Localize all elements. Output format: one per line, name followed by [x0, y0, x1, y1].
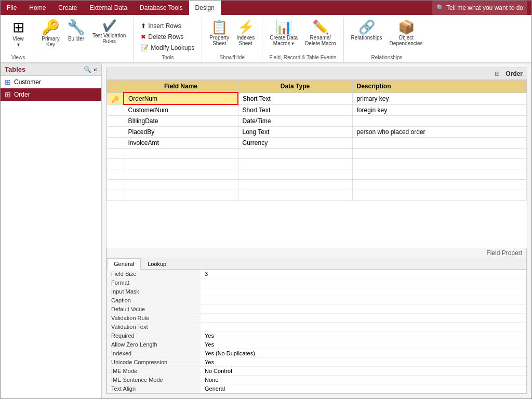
table-row[interactable]: 🔑 OrderNum Short Text primary key [107, 92, 527, 104]
prop-value[interactable] [201, 278, 526, 287]
prop-value[interactable] [201, 287, 526, 296]
tab-lookup[interactable]: Lookup [141, 258, 173, 269]
ribbon-group-rows: ⬆ Insert Rows ✖ Delete Rows 📝 Modify Loo… [134, 17, 202, 62]
sidebar-item-order[interactable]: ⊞ Order [1, 88, 101, 101]
props-row[interactable]: Field Size3 [107, 270, 526, 278]
create-data-macros-button[interactable]: 📊 Create DataMacros ▾ [267, 18, 301, 48]
field-desc-1[interactable]: primary key [352, 92, 527, 104]
prop-value[interactable] [201, 314, 526, 323]
props-row[interactable]: IndexedYes (No Duplicates) [107, 349, 526, 358]
prop-value[interactable]: Yes [201, 331, 526, 340]
modify-lookups-icon: 📝 [141, 44, 149, 51]
app-window: File Home Create External Data Database … [0, 0, 532, 399]
prop-value[interactable]: None [201, 376, 526, 384]
table-row[interactable]: CustomerNum Short Text foregin key [107, 104, 527, 116]
field-type-5[interactable]: Currency [238, 138, 352, 149]
field-type-3[interactable]: Date/Time [238, 116, 352, 127]
props-row[interactable]: IME ModeNo Control [107, 367, 526, 376]
field-type-4[interactable]: Long Text [238, 127, 352, 138]
content-area: ⊞ Order Field Name Data Type Description [102, 63, 531, 398]
sidebar-search-icon[interactable]: 🔍 [84, 66, 91, 73]
object-dependencies-label: ObjectDependencies [390, 35, 423, 46]
primary-key-label: PrimaryKey [42, 36, 59, 47]
modify-lookups-button[interactable]: 📝 Modify Lookups [138, 43, 197, 52]
props-row[interactable]: Default Value [107, 305, 526, 314]
props-row[interactable]: Text AlignGeneral [107, 384, 526, 393]
prop-value[interactable]: Yes (No Duplicates) [201, 349, 526, 358]
col-header-type: Data Type [238, 81, 352, 93]
field-name-3[interactable]: BIllingDate [124, 116, 238, 127]
menu-create[interactable]: Create [52, 1, 83, 15]
props-row[interactable]: IME Sentence ModeNone [107, 376, 526, 384]
props-row[interactable]: Format [107, 278, 526, 287]
field-name-2[interactable]: CustomerNum [124, 104, 238, 116]
ribbon-group-views: ⊞ View▾ Views [3, 17, 34, 62]
insert-rows-label: Insert Rows [148, 22, 181, 30]
menu-database-tools[interactable]: Database Tools [134, 1, 189, 15]
prop-value[interactable]: Yes [201, 340, 526, 349]
table-row[interactable]: InvoiceAmt Currency [107, 138, 527, 149]
field-desc-4[interactable]: person who placed order [352, 127, 527, 138]
props-row[interactable]: Caption [107, 296, 526, 305]
property-sheet-button[interactable]: 📋 PropertySheet [206, 18, 232, 48]
sidebar-collapse-icon[interactable]: « [94, 66, 97, 73]
table-row-empty [107, 159, 527, 169]
test-validation-button[interactable]: ✔️ Test ValidationRules [89, 18, 129, 46]
table-row[interactable]: BIllingDate Date/Time [107, 116, 527, 127]
field-desc-5[interactable] [352, 138, 527, 149]
props-row[interactable]: Input Mask [107, 287, 526, 296]
props-row[interactable]: RequiredYes [107, 331, 526, 340]
create-macros-label: Create DataMacros ▾ [270, 35, 298, 46]
menu-file[interactable]: File [1, 1, 23, 15]
prop-value[interactable] [201, 305, 526, 314]
prop-value[interactable]: 3 [201, 270, 526, 278]
field-desc-3[interactable] [352, 116, 527, 127]
field-props-label: Field Propert [486, 249, 522, 257]
tools-group-label: Tools [162, 52, 174, 61]
table-row[interactable]: PlacedBy Long Text person who placed ord… [107, 127, 527, 138]
ribbon-group-relationships: 🔗 Relationships 📦 ObjectDependencies Rel… [344, 17, 430, 62]
prop-value[interactable]: No Control [201, 367, 526, 376]
delete-rows-button[interactable]: ✖ Delete Rows [138, 32, 197, 42]
builder-button[interactable]: 🔧 Builder [64, 18, 88, 44]
prop-name: Required [107, 331, 201, 340]
menu-external-data[interactable]: External Data [83, 1, 134, 15]
prop-value[interactable]: Yes [201, 358, 526, 367]
showhide-group-label: Show/Hide [220, 52, 245, 61]
props-row[interactable]: Allow Zero LengthYes [107, 340, 526, 349]
menu-home[interactable]: Home [23, 1, 52, 15]
rename-macro-button[interactable]: ✏️ Rename/Delete Macro [302, 18, 339, 48]
prop-value[interactable] [201, 296, 526, 305]
prop-value[interactable] [201, 323, 526, 331]
search-box[interactable]: 🔍 Tell me what you want to do [432, 1, 527, 15]
object-dependencies-button[interactable]: 📦 ObjectDependencies [387, 18, 426, 48]
props-row[interactable]: Unicode CompressionYes [107, 358, 526, 367]
indexes-sheet-button[interactable]: ⚡ IndexesSheet [233, 18, 258, 48]
primary-key-row-icon: 🔑 [111, 96, 119, 103]
field-type-1[interactable]: Short Text [238, 92, 352, 104]
props-row[interactable]: Validation Rule [107, 314, 526, 323]
table-icon-header: ⊞ [495, 70, 500, 77]
field-type-2[interactable]: Short Text [238, 104, 352, 116]
primary-key-button[interactable]: 🔑 PrimaryKey [38, 18, 63, 49]
main-area: Tables 🔍 « ⊞ Customer ⊞ Order ⊞ Or [1, 63, 531, 398]
field-name-5[interactable]: InvoiceAmt [124, 138, 238, 149]
field-name-4[interactable]: PlacedBy [124, 127, 238, 138]
prop-value[interactable]: General [201, 384, 526, 393]
relationships-button[interactable]: 🔗 Relationships [348, 18, 385, 43]
views-group-label: Views [11, 52, 25, 61]
sidebar-order-label: Order [14, 91, 30, 98]
sidebar-header: Tables 🔍 « [1, 63, 101, 76]
field-desc-2[interactable]: foregin key [352, 104, 527, 116]
insert-rows-button[interactable]: ⬆ Insert Rows [138, 21, 197, 31]
sidebar-item-customer[interactable]: ⊞ Customer [1, 76, 101, 88]
tab-general[interactable]: General [107, 258, 141, 270]
menu-bar: File Home Create External Data Database … [1, 1, 531, 15]
builder-label: Builder [68, 36, 84, 42]
menu-design[interactable]: Design [189, 1, 221, 15]
prop-name: Allow Zero Length [107, 340, 201, 349]
props-row[interactable]: Validation Text [107, 323, 526, 331]
view-button[interactable]: ⊞ View▾ [7, 18, 30, 49]
table-name: Order [506, 70, 523, 77]
field-name-1[interactable]: OrderNum [124, 92, 238, 104]
